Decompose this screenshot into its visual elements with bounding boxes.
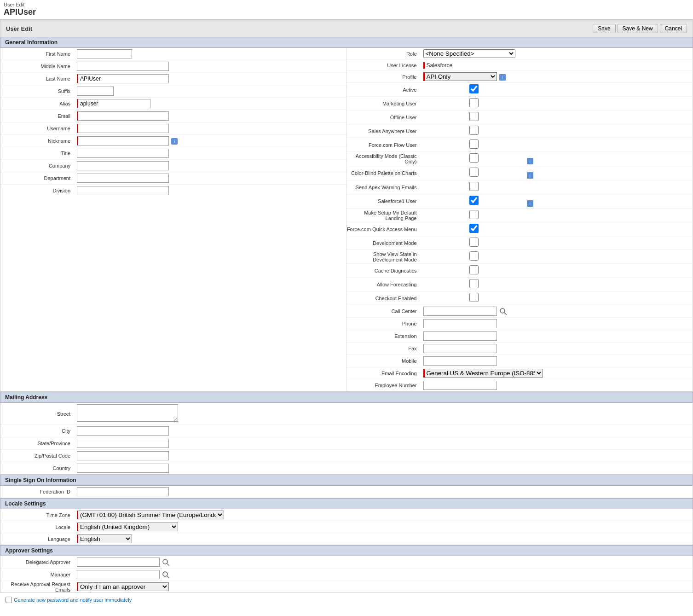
- street-field: [74, 403, 693, 424]
- call-center-row: Call Center: [347, 305, 693, 318]
- country-label: Country: [0, 465, 74, 471]
- last-name-input[interactable]: [77, 74, 169, 83]
- apex-warning-row: Send Apex Warning Emails: [347, 180, 693, 194]
- manager-label: Manager: [0, 572, 74, 577]
- suffix-input[interactable]: [77, 87, 114, 96]
- city-input[interactable]: [77, 426, 169, 436]
- extension-input[interactable]: [423, 331, 497, 341]
- locale-select[interactable]: English (United Kingdom): [77, 523, 178, 531]
- email-field: [74, 110, 346, 122]
- dev-mode-checkbox[interactable]: [423, 238, 525, 247]
- marketing-user-row: Marketing User: [347, 97, 693, 110]
- email-encoding-select[interactable]: General US & Western Europe (ISO-8859-1,…: [423, 369, 543, 378]
- country-input[interactable]: [77, 464, 169, 473]
- sales-anywhere-checkbox[interactable]: [423, 126, 525, 135]
- username-input[interactable]: [77, 124, 169, 133]
- accessibility-info-icon[interactable]: i: [527, 158, 533, 164]
- cache-diagnostics-checkbox[interactable]: [423, 265, 525, 274]
- delegated-approver-row: Delegated Approver: [0, 556, 693, 569]
- marketing-user-label: Marketing User: [347, 101, 421, 106]
- alias-input[interactable]: [77, 99, 150, 108]
- delegated-approver-lookup-icon[interactable]: [162, 558, 170, 567]
- title-input[interactable]: [77, 149, 169, 158]
- profile-select[interactable]: API Only: [423, 72, 497, 81]
- fax-label: Fax: [347, 346, 421, 351]
- active-label: Active: [347, 87, 421, 93]
- marketing-user-checkbox[interactable]: [423, 98, 525, 107]
- salesforce1-checkbox[interactable]: [423, 196, 525, 205]
- email-input[interactable]: [77, 111, 169, 121]
- role-select[interactable]: <None Specified>: [423, 49, 515, 58]
- profile-info-icon[interactable]: i: [499, 74, 506, 81]
- street-input[interactable]: [77, 404, 178, 422]
- save-button[interactable]: Save: [593, 24, 615, 33]
- manager-input[interactable]: [77, 570, 160, 579]
- colorblind-label: Color-Blind Palette on Charts: [347, 170, 421, 176]
- fax-input[interactable]: [423, 344, 497, 353]
- checkout-enabled-checkbox[interactable]: [423, 293, 525, 302]
- salesforce1-info-icon[interactable]: i: [527, 200, 533, 207]
- employee-number-input[interactable]: [423, 381, 497, 390]
- accessibility-checkbox[interactable]: [423, 153, 525, 163]
- email-encoding-field: General US & Western Europe (ISO-8859-1,…: [421, 367, 693, 379]
- manager-lookup-icon[interactable]: [162, 571, 170, 579]
- mobile-input[interactable]: [423, 356, 497, 366]
- mobile-field: [421, 355, 693, 367]
- middle-name-input[interactable]: [77, 62, 169, 71]
- show-view-state-row: Show View State in Development Mode: [347, 250, 693, 264]
- save-new-button[interactable]: Save & New: [618, 24, 658, 33]
- company-row: Company: [0, 160, 346, 172]
- call-center-lookup-icon[interactable]: [499, 308, 508, 316]
- apex-warning-checkbox[interactable]: [423, 182, 525, 191]
- delegated-approver-input[interactable]: [77, 558, 160, 567]
- show-view-state-label: Show View State in Development Mode: [347, 251, 421, 262]
- alias-field: [74, 98, 346, 110]
- phone-input[interactable]: [423, 319, 497, 328]
- colorblind-row: Color-Blind Palette on Charts i: [347, 166, 693, 180]
- show-view-state-checkbox[interactable]: [423, 251, 525, 261]
- company-input[interactable]: [77, 161, 169, 170]
- offline-user-field: [421, 110, 693, 124]
- department-input[interactable]: [77, 174, 169, 183]
- country-row: Country: [0, 462, 693, 474]
- call-center-input[interactable]: [423, 307, 497, 316]
- nickname-field: i: [74, 135, 346, 147]
- employee-number-label: Employee Number: [347, 383, 421, 388]
- allow-forecasting-checkbox[interactable]: [423, 279, 525, 288]
- quick-access-checkbox[interactable]: [423, 224, 525, 233]
- nickname-input[interactable]: [77, 136, 169, 145]
- colorblind-info-icon[interactable]: i: [527, 172, 533, 179]
- forcecom-flow-checkbox[interactable]: [423, 139, 525, 149]
- language-select[interactable]: English: [77, 535, 132, 543]
- first-name-input[interactable]: [77, 49, 132, 58]
- offline-user-checkbox[interactable]: [423, 112, 525, 121]
- general-left-col: First Name Middle Name Last Name: [0, 48, 346, 391]
- colorblind-checkbox[interactable]: [423, 168, 525, 177]
- division-input[interactable]: [77, 186, 169, 195]
- language-label: Language: [0, 536, 74, 542]
- generate-pwd-checkbox[interactable]: [6, 597, 12, 603]
- nickname-info-icon[interactable]: i: [171, 138, 178, 145]
- title-row: Title: [0, 147, 346, 160]
- salesforce1-row: Salesforce1 User i: [347, 194, 693, 209]
- offline-user-label: Offline User: [347, 115, 421, 120]
- language-field: English: [74, 533, 693, 545]
- svg-line-5: [167, 576, 169, 578]
- generate-pwd-label[interactable]: Generate new password and notify user im…: [6, 597, 132, 603]
- svg-point-0: [500, 308, 505, 313]
- state-input[interactable]: [77, 439, 169, 448]
- federation-id-input[interactable]: [77, 487, 169, 496]
- receive-approval-select[interactable]: Only if I am an approver Always Never: [77, 582, 169, 591]
- fax-row: Fax: [347, 343, 693, 355]
- active-checkbox[interactable]: [423, 84, 525, 93]
- approver-body: Delegated Approver Manager: [0, 556, 693, 593]
- cancel-button[interactable]: Cancel: [660, 24, 687, 33]
- role-field: <None Specified>: [421, 48, 693, 59]
- dev-mode-row: Development Mode: [347, 236, 693, 250]
- locale-body: Time Zone (GMT+01:00) British Summer Tim…: [0, 509, 693, 545]
- default-landing-checkbox[interactable]: [423, 210, 525, 219]
- suffix-label: Suffix: [0, 88, 74, 94]
- zip-input[interactable]: [77, 451, 169, 460]
- svg-point-4: [163, 572, 167, 576]
- timezone-select[interactable]: (GMT+01:00) British Summer Time (Europe/…: [77, 511, 224, 519]
